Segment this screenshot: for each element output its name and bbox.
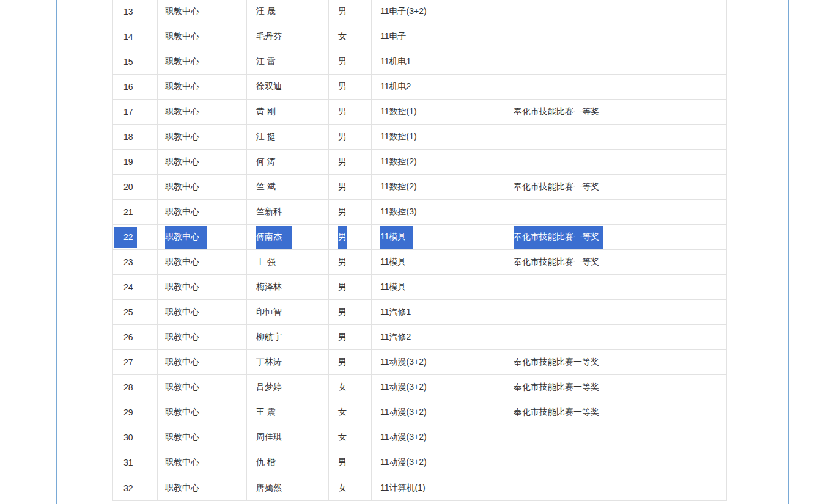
cell-class: 11计算机(1)	[372, 475, 504, 500]
table-row[interactable]: 25 职教中心 印恒智 男 11汽修1	[113, 300, 726, 325]
cell-no: 32	[113, 475, 158, 500]
student-name: 唐嫣然	[256, 483, 282, 494]
cell-name: 柳航宇	[247, 325, 329, 349]
table-row[interactable]: 26 职教中心 柳航宇 男 11汽修2	[113, 325, 726, 350]
table-row[interactable]: 20 职教中心 竺 斌 男 11数控(2) 奉化市技能比赛一等奖	[113, 175, 726, 200]
table-row[interactable]: 18 职教中心 汪 挺 男 11数控(1)	[113, 125, 726, 150]
award-text: 奉化市技能比赛一等奖	[514, 257, 599, 268]
row-number: 27	[123, 357, 133, 367]
student-name: 王 强	[256, 257, 276, 268]
cell-name: 黄 刚	[247, 100, 329, 124]
cell-school: 职教中心	[158, 0, 247, 24]
cell-name: 丁林涛	[247, 350, 329, 374]
table-row[interactable]: 23 职教中心 王 强 男 11模具 奉化市技能比赛一等奖	[113, 250, 726, 275]
right-frame-divider	[788, 0, 789, 504]
cell-name: 江 雷	[247, 49, 329, 74]
award-text: 奉化市技能比赛一等奖	[514, 382, 599, 393]
table-row[interactable]: 15 职教中心 江 雷 男 11机电1	[113, 49, 726, 75]
table-row[interactable]: 27 职教中心 丁林涛 男 11动漫(3+2) 奉化市技能比赛一等奖	[113, 350, 726, 375]
cell-award	[504, 49, 726, 74]
cell-school: 职教中心	[158, 225, 247, 249]
cell-name: 梅泽林	[247, 275, 329, 299]
table-row[interactable]: 17 职教中心 黄 刚 男 11数控(1) 奉化市技能比赛一等奖	[113, 100, 726, 125]
cell-no: 15	[113, 49, 158, 74]
row-number: 18	[123, 132, 133, 142]
cell-name: 傅南杰	[247, 225, 329, 249]
table-row[interactable]: 29 职教中心 王 震 女 11动漫(3+2) 奉化市技能比赛一等奖	[113, 400, 726, 425]
school-name: 职教中心	[165, 206, 199, 217]
cell-name: 汪 挺	[247, 125, 329, 149]
table-row[interactable]: 14 职教中心 毛丹芬 女 11电子	[113, 24, 726, 49]
row-number: 25	[123, 307, 133, 317]
cell-class: 11模具	[372, 225, 504, 249]
cell-school: 职教中心	[158, 450, 247, 475]
table-row[interactable]: 16 职教中心 徐双迪 男 11机电2	[113, 75, 726, 100]
cell-name: 何 涛	[247, 150, 329, 174]
cell-award	[504, 300, 726, 324]
class-name: 11数控(1)	[380, 131, 417, 142]
gender-value: 女	[338, 407, 347, 418]
cell-name: 徐双迪	[247, 75, 329, 99]
cell-class: 11数控(1)	[372, 125, 504, 149]
school-name: 职教中心	[165, 282, 199, 293]
row-number: 26	[123, 332, 133, 342]
class-name: 11动漫(3+2)	[380, 382, 427, 393]
cell-class: 11动漫(3+2)	[372, 350, 504, 374]
table-row[interactable]: 21 职教中心 竺新科 男 11数控(3)	[113, 200, 726, 225]
school-name: 职教中心	[165, 332, 199, 343]
cell-name: 印恒智	[247, 300, 329, 324]
cell-gender: 男	[329, 150, 372, 174]
table-row[interactable]: 31 职教中心 仇 楷 男 11动漫(3+2)	[113, 450, 726, 475]
cell-class: 11动漫(3+2)	[372, 425, 504, 450]
student-name: 黄 刚	[256, 106, 276, 117]
school-name: 职教中心	[165, 31, 199, 42]
cell-class: 11汽修2	[372, 325, 504, 349]
cell-no: 19	[113, 150, 158, 174]
class-name: 11机电2	[380, 81, 411, 92]
cell-gender: 女	[329, 400, 372, 425]
student-name: 梅泽林	[256, 282, 282, 293]
class-name: 11机电1	[380, 56, 411, 67]
student-name: 印恒智	[256, 307, 282, 318]
student-name: 吕梦婷	[256, 382, 282, 393]
gender-value: 女	[338, 432, 347, 443]
cell-name: 周佳琪	[247, 425, 329, 450]
table-row[interactable]: 22 职教中心 傅南杰 男 11模具 奉化市技能比赛一等奖	[113, 225, 726, 250]
class-name: 11模具	[380, 226, 413, 249]
table-row[interactable]: 32 职教中心 唐嫣然 女 11计算机(1)	[113, 475, 726, 500]
gender-value: 男	[338, 156, 347, 167]
table-row[interactable]: 28 职教中心 吕梦婷 女 11动漫(3+2) 奉化市技能比赛一等奖	[113, 375, 726, 400]
cell-name: 汪 晟	[247, 0, 329, 24]
cell-school: 职教中心	[158, 24, 247, 49]
cell-name: 竺 斌	[247, 175, 329, 199]
cell-name: 吕梦婷	[247, 375, 329, 400]
row-number: 17	[123, 107, 133, 117]
cell-gender: 男	[329, 350, 372, 374]
class-name: 11数控(1)	[380, 106, 417, 117]
row-number: 30	[123, 433, 133, 442]
gender-value: 女	[338, 382, 347, 393]
student-name: 傅南杰	[256, 226, 292, 249]
gender-value: 男	[338, 206, 347, 217]
cell-gender: 男	[329, 225, 372, 249]
row-number: 24	[123, 282, 133, 292]
row-number: 29	[123, 407, 133, 417]
school-name: 职教中心	[165, 357, 199, 368]
table-row[interactable]: 19 职教中心 何 涛 男 11数控(2)	[113, 150, 726, 175]
table-row[interactable]: 24 职教中心 梅泽林 男 11模具	[113, 275, 726, 300]
cell-school: 职教中心	[158, 150, 247, 174]
cell-class: 11机电2	[372, 75, 504, 99]
table-row[interactable]: 30 职教中心 周佳琪 女 11动漫(3+2)	[113, 425, 726, 450]
left-frame-divider	[56, 0, 57, 504]
cell-school: 职教中心	[158, 425, 247, 450]
cell-award	[504, 75, 726, 99]
student-name: 竺新科	[256, 206, 282, 217]
cell-class: 11动漫(3+2)	[372, 375, 504, 400]
row-number: 21	[123, 207, 133, 217]
cell-award	[504, 150, 726, 174]
cell-gender: 女	[329, 24, 372, 49]
cell-name: 仇 楷	[247, 450, 329, 475]
student-name: 江 雷	[256, 56, 276, 67]
gender-value: 女	[338, 31, 347, 42]
table-row[interactable]: 13 职教中心 汪 晟 男 11电子(3+2)	[113, 0, 726, 24]
